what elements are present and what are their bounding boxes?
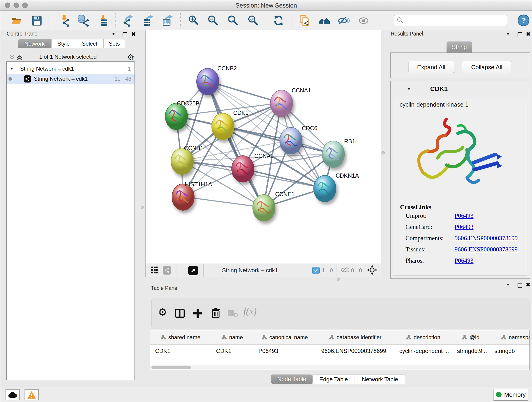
table-options-gear-icon[interactable]: ⚙ bbox=[158, 307, 167, 317]
toolbar-separator bbox=[49, 13, 49, 27]
table-panel-float-icon[interactable] bbox=[518, 283, 522, 288]
column-header-shared-name[interactable]: shared name bbox=[150, 330, 211, 345]
table-cell[interactable]: stringdb:9... bbox=[452, 345, 489, 356]
control-panel-title: Control Panel bbox=[7, 31, 38, 37]
node-CDKN1A[interactable] bbox=[313, 175, 336, 202]
table-panel-collapse-icon[interactable]: ▼ bbox=[506, 283, 510, 287]
tab-node-table[interactable]: Node Table bbox=[271, 375, 312, 384]
node-CCNA2[interactable] bbox=[231, 155, 254, 182]
tab-network-table[interactable]: Network Table bbox=[354, 375, 406, 384]
new-network-from-selection-button[interactable] bbox=[298, 14, 311, 27]
table-cell[interactable]: cyclin-dependent ... bbox=[394, 345, 452, 356]
column-header-namespace[interactable]: namespace bbox=[489, 330, 530, 345]
node-CCNB1[interactable] bbox=[171, 148, 194, 175]
tab-select[interactable]: Select bbox=[76, 39, 103, 48]
first-neighbors-button[interactable] bbox=[318, 14, 331, 27]
crosslink-link[interactable]: 9606.ENSP00000378699 bbox=[455, 246, 518, 253]
tab-string[interactable]: String bbox=[447, 41, 472, 52]
node-RB1[interactable] bbox=[322, 141, 345, 168]
results-panel-float-icon[interactable] bbox=[518, 32, 522, 37]
table-horizontal-scrollbar[interactable] bbox=[150, 365, 530, 370]
expand-all-button[interactable]: Expand All bbox=[408, 61, 454, 73]
table-cell[interactable]: 9606.ENSP00000378699 bbox=[316, 345, 394, 356]
network-view-canvas[interactable]: CCNB2 CCNA1 CDC25B CDK1 CDC6 RB1 CCNB1 C… bbox=[146, 30, 381, 277]
tab-edge-table[interactable]: Edge Table bbox=[312, 375, 355, 384]
zoom-fit-button[interactable] bbox=[227, 14, 240, 27]
zoom-selected-button[interactable] bbox=[247, 14, 260, 27]
save-session-button[interactable] bbox=[30, 14, 43, 27]
network-share-icon[interactable] bbox=[163, 266, 171, 274]
cloud-status-button[interactable] bbox=[6, 389, 20, 400]
results-panel-collapse-icon[interactable]: ▼ bbox=[506, 32, 510, 36]
column-header-canonical-name[interactable]: canonical name bbox=[253, 330, 316, 345]
table-cell[interactable]: CDK1 bbox=[211, 345, 253, 356]
crosslink-link[interactable]: 9606.ENSP00000378699 bbox=[455, 235, 518, 242]
control-panel-float-icon[interactable] bbox=[123, 32, 127, 37]
crosslink-link[interactable]: P06493 bbox=[455, 257, 474, 264]
bottom-splitter-grip[interactable] bbox=[337, 278, 340, 281]
node-CDC25B[interactable] bbox=[165, 103, 188, 130]
tab-sets[interactable]: Sets bbox=[103, 39, 125, 48]
network-options-gear-icon[interactable]: ⚙ bbox=[127, 52, 134, 62]
memory-button[interactable]: Memory bbox=[494, 389, 528, 401]
tree-expander-icon[interactable]: ▼ bbox=[10, 66, 14, 71]
show-all-button[interactable] bbox=[358, 14, 370, 27]
hide-selected-button[interactable] bbox=[337, 14, 350, 27]
network-collection-label: String Network – cdk1 bbox=[20, 65, 74, 72]
node-CDC6[interactable] bbox=[279, 127, 302, 154]
right-splitter-grip[interactable] bbox=[381, 151, 385, 154]
column-header-description[interactable]: description bbox=[394, 330, 452, 345]
warning-status-button[interactable] bbox=[25, 389, 39, 400]
node-CCNB2[interactable] bbox=[196, 68, 219, 95]
zoom-in-button[interactable] bbox=[187, 14, 200, 27]
expand-all-networks-icon[interactable] bbox=[16, 54, 23, 62]
show-columns-icon[interactable] bbox=[175, 308, 185, 319]
search-input[interactable] bbox=[404, 17, 500, 24]
network-collection-row[interactable]: ▼ String Network – cdk1 1 bbox=[7, 64, 134, 74]
column-header-database-identifier[interactable]: database identifier bbox=[316, 330, 394, 345]
tab-style[interactable]: Style bbox=[51, 39, 76, 48]
node-CCNA1[interactable] bbox=[270, 90, 293, 117]
delete-column-trash-icon[interactable] bbox=[211, 307, 221, 319]
export-image-button[interactable] bbox=[161, 14, 174, 27]
zoom-out-button[interactable] bbox=[207, 14, 220, 27]
control-panel-close-icon[interactable]: ✖ bbox=[131, 32, 136, 37]
node-CDK1[interactable] bbox=[211, 113, 234, 140]
toolbar-separator bbox=[291, 13, 291, 27]
add-column-icon[interactable] bbox=[192, 308, 203, 319]
table-cell[interactable]: P06493 bbox=[253, 345, 316, 356]
left-splitter-grip[interactable] bbox=[141, 206, 144, 209]
column-header--id[interactable]: @id bbox=[452, 330, 489, 345]
gene-collapse-icon[interactable]: ▼ bbox=[407, 87, 411, 91]
column-header-name[interactable]: name bbox=[211, 330, 253, 345]
selected-checkbox-icon[interactable] bbox=[312, 267, 320, 274]
grid-view-icon[interactable] bbox=[151, 266, 158, 275]
search-box[interactable] bbox=[394, 15, 507, 26]
refresh-button[interactable] bbox=[272, 14, 285, 27]
birdseye-view-icon[interactable] bbox=[188, 266, 198, 275]
control-panel-collapse-icon[interactable]: ▼ bbox=[112, 32, 115, 36]
collapse-all-networks-icon[interactable] bbox=[9, 54, 15, 62]
tab-network[interactable]: Network bbox=[18, 39, 51, 48]
table-cell[interactable]: stringdb bbox=[489, 345, 530, 356]
gene-section-header[interactable]: ▼ CDK1 bbox=[391, 82, 528, 96]
crosslink-link[interactable]: P06493 bbox=[455, 212, 474, 219]
network-row-selected[interactable]: String Network – cdk1 11 48 bbox=[7, 74, 134, 84]
export-network-button[interactable] bbox=[122, 14, 134, 27]
fit-selected-crosshair-icon[interactable] bbox=[367, 265, 377, 276]
table-panel-close-icon[interactable]: ✖ bbox=[526, 282, 530, 288]
network-tree: ▼ String Network – cdk1 1 String Network… bbox=[6, 61, 135, 380]
export-table-button[interactable] bbox=[142, 14, 154, 27]
collapse-all-button[interactable]: Collapse All bbox=[462, 61, 511, 73]
hide-selected-icon bbox=[338, 15, 350, 27]
import-table-file-button[interactable] bbox=[96, 14, 109, 27]
open-file-button[interactable] bbox=[10, 14, 23, 27]
results-panel-close-icon[interactable]: ✖ bbox=[526, 32, 530, 37]
table-cell[interactable]: CDK1 bbox=[150, 345, 211, 356]
import-network-database-button[interactable] bbox=[77, 14, 90, 27]
crosslink-link[interactable]: P06493 bbox=[455, 223, 474, 230]
import-network-file-button[interactable] bbox=[58, 14, 71, 27]
node-CCNE1[interactable] bbox=[253, 194, 275, 221]
help-button[interactable]: ? bbox=[517, 14, 530, 28]
table-scrollbar-thumb[interactable] bbox=[152, 366, 191, 369]
